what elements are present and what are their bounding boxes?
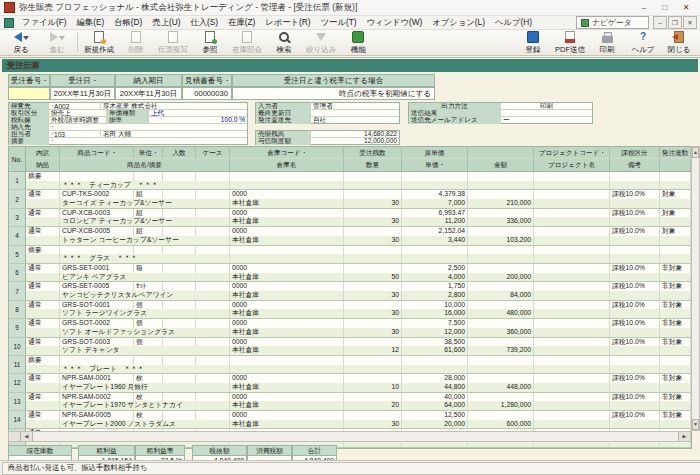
cell-price[interactable]: 2,800: [402, 291, 468, 300]
cell-amount[interactable]: 600,000: [468, 420, 534, 429]
cell-iri[interactable]: [163, 374, 196, 383]
cell-type[interactable]: 通常: [26, 319, 60, 328]
cell-unit[interactable]: 枚: [134, 374, 163, 383]
cell-whname[interactable]: 本社倉庫: [230, 383, 344, 392]
cell-link[interactable]: 対象: [660, 190, 691, 199]
cell-nouhin[interactable]: [26, 383, 60, 392]
cell-iri[interactable]: [163, 319, 196, 328]
cell-name[interactable]: ＊＊＊ プレート ＊＊＊: [60, 365, 230, 374]
cell-tax[interactable]: 課税10.0%: [610, 319, 660, 328]
cell-amt1[interactable]: [468, 393, 534, 402]
cell-proj1[interactable]: [534, 227, 610, 236]
cell-whcode[interactable]: 0000: [230, 282, 344, 291]
cell-name[interactable]: ソフト オールドファッショングラス: [60, 328, 230, 337]
cell-proj2[interactable]: [534, 383, 610, 392]
cell-proj1[interactable]: [534, 356, 610, 365]
cell-amount[interactable]: 210,000: [468, 199, 534, 208]
row-number-cell[interactable]: 8: [9, 301, 26, 318]
cell-proj2[interactable]: [534, 217, 610, 226]
cell-last[interactable]: [660, 199, 691, 208]
cell-last[interactable]: [660, 181, 691, 190]
cell-whname[interactable]: 本社倉庫: [230, 420, 344, 429]
cell-code[interactable]: NPR-SAM-0005: [60, 411, 134, 420]
mdi-restore-button[interactable]: ❐: [668, 16, 682, 29]
cell-type[interactable]: 通常: [26, 209, 60, 218]
cell-tax[interactable]: [610, 356, 660, 365]
cell-tax[interactable]: 課税10.0%: [610, 393, 660, 402]
cell-proj2[interactable]: [534, 273, 610, 282]
cell-whname[interactable]: 本社倉庫: [230, 346, 344, 355]
cell-qty[interactable]: 30: [344, 291, 402, 300]
cell-case[interactable]: [196, 356, 230, 365]
cell-case[interactable]: [196, 227, 230, 236]
cell-nouhin[interactable]: [26, 365, 60, 374]
cell-qty[interactable]: 10: [344, 383, 402, 392]
cell-amt1[interactable]: [468, 301, 534, 310]
cell-proj2[interactable]: [534, 401, 610, 410]
cell-last[interactable]: [660, 273, 691, 282]
back-button[interactable]: 戻る: [3, 30, 39, 55]
cell-proj1[interactable]: [534, 374, 610, 383]
cell-last[interactable]: [660, 420, 691, 429]
cell-qty[interactable]: 30: [344, 328, 402, 337]
cell-code[interactable]: CUP-TKS-0002: [60, 190, 134, 199]
cell-iri[interactable]: [163, 338, 196, 347]
output-method-value[interactable]: 印刷: [501, 103, 592, 109]
cell-unit[interactable]: 枚: [134, 393, 163, 402]
cell-case[interactable]: [196, 209, 230, 218]
cell-qty[interactable]: [344, 254, 402, 263]
cell-whcode[interactable]: 0000: [230, 411, 344, 420]
cell-proj2[interactable]: [534, 420, 610, 429]
cell-type[interactable]: 通常: [26, 264, 60, 273]
cell-nouhin[interactable]: [26, 309, 60, 318]
cell-proj1[interactable]: [534, 264, 610, 273]
cell-price[interactable]: 16,000: [402, 309, 468, 318]
navigator-box[interactable]: ナビゲータ: [576, 16, 649, 29]
cell-price[interactable]: 12,000: [402, 328, 468, 337]
cell-nouhin[interactable]: [26, 254, 60, 263]
cell-biko[interactable]: [610, 199, 660, 208]
cell-zan[interactable]: [344, 374, 402, 383]
row-number-cell[interactable]: 1: [9, 172, 26, 189]
cell-proj2[interactable]: [534, 291, 610, 300]
cell-whname[interactable]: 本社倉庫: [230, 199, 344, 208]
cell-cost[interactable]: 1,750: [402, 282, 468, 291]
cell-code[interactable]: [60, 356, 134, 365]
menu-item[interactable]: ファイル(F): [17, 17, 72, 28]
cell-cost[interactable]: [402, 356, 468, 365]
cell-biko[interactable]: [610, 328, 660, 337]
cell-unit[interactable]: [134, 356, 163, 365]
cell-amount[interactable]: 336,000: [468, 217, 534, 226]
help-button[interactable]: ヘルプ: [625, 30, 661, 55]
cell-cost[interactable]: 6,993.47: [402, 209, 468, 218]
cell-biko[interactable]: [610, 420, 660, 429]
cell-biko[interactable]: [610, 217, 660, 226]
field-value-3[interactable]: 20XX年11月30日: [115, 87, 182, 100]
cell-whcode[interactable]: 0000: [230, 190, 344, 199]
cell-proj2[interactable]: [534, 199, 610, 208]
cell-last[interactable]: [660, 383, 691, 392]
cell-name[interactable]: ヤンコビッチクリスタルペアワイン: [60, 291, 230, 300]
cell-nouhin[interactable]: [26, 217, 60, 226]
cell-link[interactable]: 非対象: [660, 338, 691, 347]
cell-nouhin[interactable]: [26, 181, 60, 190]
cell-amt1[interactable]: [468, 246, 534, 255]
cell-amt1[interactable]: [468, 190, 534, 199]
cell-iri[interactable]: [163, 393, 196, 402]
cell-whname[interactable]: 本社倉庫: [230, 273, 344, 282]
price-type-value[interactable]: 上代: [149, 110, 247, 116]
cell-name[interactable]: イヤープレート1960 月旅行: [60, 383, 230, 392]
menu-item[interactable]: 仕入(S): [185, 17, 223, 28]
cell-price[interactable]: [402, 254, 468, 263]
cell-qty[interactable]: 50: [344, 273, 402, 282]
cell-proj1[interactable]: [534, 338, 610, 347]
cell-amt1[interactable]: [468, 319, 534, 328]
scroll-left-icon[interactable]: ◀: [21, 432, 33, 441]
cell-qty[interactable]: [344, 365, 402, 374]
cell-last[interactable]: [660, 236, 691, 245]
cell-proj1[interactable]: [534, 319, 610, 328]
cell-whcode[interactable]: [230, 172, 344, 181]
cell-iri[interactable]: [163, 411, 196, 420]
cell-qty[interactable]: 20: [344, 401, 402, 410]
field-value-5[interactable]: 時点の税率を初期値にする: [232, 87, 435, 100]
